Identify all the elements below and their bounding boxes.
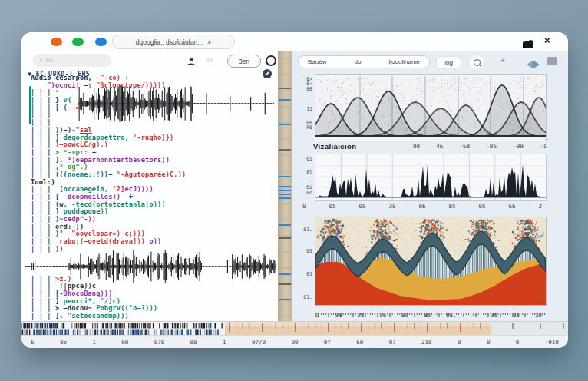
- axis-tick: 86.: [446, 312, 457, 319]
- code-token: | | | ].: [31, 312, 68, 320]
- segment-option-3[interactable]: ljoooliname: [389, 58, 420, 65]
- app-window: dqooglia,, dsofcáulan, . × × 4. lro 45 3…: [21, 32, 568, 348]
- playback-controls[interactable]: [527, 58, 540, 71]
- code-token: ᵘ: [55, 88, 59, 96]
- code-token: | | |: [31, 237, 59, 245]
- zoom-in-icon[interactable]: +: [500, 56, 505, 65]
- editor-search-input[interactable]: 4. lro: [32, 54, 111, 67]
- y-axis-tick: 01.: [303, 227, 312, 233]
- code-token: ord:-)): [55, 223, 84, 230]
- prev-icon[interactable]: [527, 61, 533, 68]
- title-bar: dqooglia,, dsofcáulan, . × ×: [21, 32, 568, 51]
- timeline-labels: 60z10007000107/000976007210000-910: [21, 335, 568, 348]
- code-token: | | | ,: [31, 163, 59, 171]
- code-token: -tecd(ortotcetanla|o))): [71, 200, 165, 208]
- code-token: ecJ)))): [124, 185, 153, 193]
- code-token: v(: [64, 96, 72, 104]
- tab-close-icon[interactable]: ×: [207, 38, 211, 46]
- traffic-light-zoom[interactable]: [95, 38, 107, 46]
- code-token: | | | ))−): [31, 126, 71, 134]
- code-token: | | | )°: [31, 230, 68, 237]
- code-line[interactable]: | | | ]. "setoocandmp))): [31, 313, 275, 320]
- code-token: −"ooyclppar»)−c;))): [68, 230, 145, 237]
- code-token: ≻ ᵃ-»pr:: [55, 148, 92, 156]
- segment-option-2[interactable]: do: [355, 58, 362, 65]
- code-token: | | | ].: [31, 156, 68, 164]
- axis-tick: 00: [291, 339, 298, 346]
- axis-tick: 60: [356, 339, 363, 346]
- traffic-light-close[interactable]: [51, 38, 62, 46]
- code-token: | | | [-: [31, 290, 64, 297]
- axis-tick: 00: [121, 339, 128, 346]
- code-token: | | | (w.: [31, 200, 71, 208]
- spectrogram-chart[interactable]: [315, 217, 547, 306]
- minimap-scrollbar[interactable]: [278, 51, 292, 321]
- y-axis-tick: 06: [306, 86, 312, 92]
- axis-tick: -68: [460, 143, 471, 150]
- code-line[interactable]: | | | rabu;(−ovetd(drava])) o)): [31, 238, 275, 246]
- record-icon[interactable]: [266, 55, 276, 66]
- code-token: occanegein,: [64, 185, 109, 193]
- axis-tick: —: [472, 312, 476, 319]
- code-token: | | | ]: [31, 207, 64, 215]
- run-button[interactable]: 3en: [227, 55, 261, 68]
- audio-waveform-2[interactable]: [25, 249, 276, 287]
- code-token: ÷: [121, 193, 133, 200]
- search-icon: [474, 59, 481, 66]
- amplitude-chart[interactable]: [315, 154, 547, 201]
- axis-tick: 1: [316, 312, 320, 319]
- axis-tick: 070: [154, 339, 165, 346]
- code-token: Audio cesarpon,: [31, 74, 92, 81]
- editor-search-text: 4. lro: [39, 57, 53, 64]
- log-scale-button[interactable]: log: [436, 56, 461, 69]
- tab-title: dqooglia,, dsofcáulan, .: [136, 38, 203, 46]
- browser-tab[interactable]: dqooglia,, dsofcáulan, . ×: [112, 35, 235, 49]
- code-token: | | |: [31, 141, 55, 148]
- timeline-ruler[interactable]: [21, 321, 568, 336]
- search-button[interactable]: [470, 55, 484, 69]
- stop-icon[interactable]: [547, 57, 557, 65]
- axis-tick: 07/0: [252, 339, 266, 346]
- code-token: | | | ≻: [31, 304, 64, 312]
- axis-tick: 0z: [60, 339, 67, 346]
- view-segmented-control[interactable]: Baoéw do ljoooliname: [298, 55, 430, 68]
- code-token: degordcapoettro,: [64, 134, 129, 141]
- code-token: -": [71, 126, 80, 134]
- run-button-label: 3en: [239, 58, 249, 65]
- code-token: | | | ): [31, 215, 59, 223]
- code-line[interactable]: | | | (((noeme::!))− °-Agutoparée)C,)): [31, 171, 275, 179]
- y-axis-tick: 0l: [306, 169, 312, 175]
- user-icon[interactable]: [187, 55, 196, 69]
- audio-waveform-1[interactable]: [78, 84, 274, 126]
- code-token: -"-co): [92, 74, 121, 81]
- window-close-icon[interactable]: ×: [544, 35, 550, 46]
- traffic-light-minimize[interactable]: [72, 38, 84, 46]
- code-token: ~cedp^-)): [59, 215, 96, 223]
- code-token: °-rugho)}): [129, 134, 174, 141]
- axis-tick: 0: [487, 339, 491, 346]
- code-token: )−powcLC/g).): [55, 141, 108, 148]
- y-axis-tick: 01.: [303, 294, 312, 300]
- axis-tick: 46: [436, 143, 443, 150]
- code-token: o)): [145, 237, 161, 245]
- axis-tick: 00: [413, 143, 420, 150]
- next-icon[interactable]: [533, 61, 540, 68]
- code-token: ᵘ og^.): [59, 163, 88, 171]
- code-token: −docou~: [64, 304, 97, 312]
- axis-tick: 0: [516, 339, 520, 346]
- ridgeline-chart[interactable]: [315, 74, 547, 141]
- code-token: | | | ]: [31, 297, 64, 305]
- axis-tick: 10: [535, 312, 542, 319]
- code-token: BhocoBang))): [64, 290, 113, 297]
- y-axis-tick: 11: [306, 106, 312, 112]
- axis-tick: 66: [508, 203, 515, 210]
- code-token: Iool:): [31, 178, 55, 186]
- chart1-x-axis: 0046-68-86-99-1: [413, 143, 547, 150]
- code-token: [31, 81, 47, 89]
- y-axis-tick: 0i: [306, 156, 312, 162]
- code-token: | | |: [31, 223, 55, 230]
- code-token: ḋcopnoilles)): [68, 193, 121, 200]
- axis-tick: 0: [302, 203, 306, 210]
- code-token: °2]: [108, 185, 124, 193]
- axis-tick: 06: [418, 203, 425, 210]
